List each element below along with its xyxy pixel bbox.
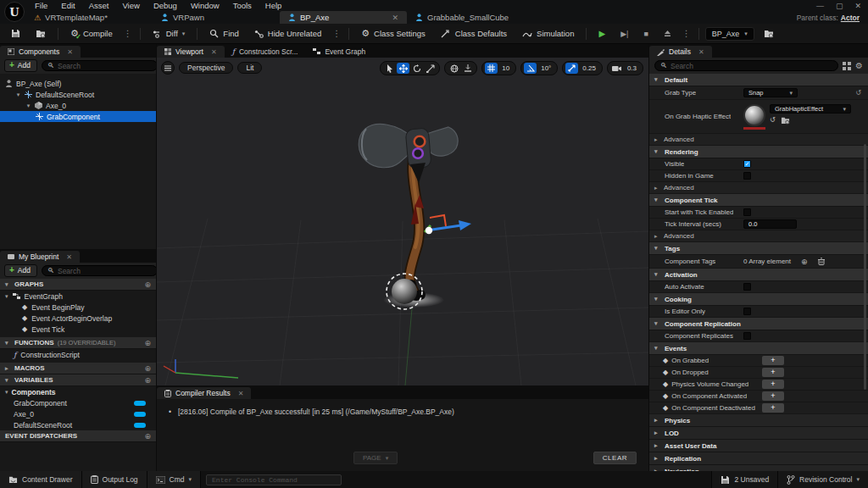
frame-skip-button[interactable]: ▶| [615, 27, 634, 41]
camera-speed-value[interactable]: 0.3 [624, 64, 640, 72]
tree-item-grabcomponent[interactable]: GrabComponent [0, 111, 156, 122]
variable-grabcomponent[interactable]: GrabComponent [0, 397, 156, 408]
event-graph-tab[interactable]: Event Graph [305, 46, 373, 58]
save-button[interactable] [5, 26, 26, 41]
camera-speed-button[interactable] [610, 63, 623, 74]
revision-control-button[interactable]: Revision Control ▾ [778, 471, 868, 488]
surface-snap-toggle[interactable] [461, 63, 474, 74]
section-replication[interactable]: ▸ Replication [649, 452, 868, 465]
clear-button[interactable]: CLEAR [593, 452, 637, 464]
add-event-dispatcher-icon[interactable]: ⊕ [144, 432, 151, 441]
close-icon[interactable]: ✕ [67, 48, 73, 56]
tree-item-bp-axe-self[interactable]: BP_Axe (Self) [0, 78, 156, 89]
grab-type-dropdown[interactable]: Snap▾ [743, 88, 798, 97]
viewport-canvas[interactable] [157, 58, 648, 385]
section-events[interactable]: ▾ Events [649, 342, 868, 355]
add-on-component-deactivated-event-button[interactable]: + [762, 403, 784, 413]
menu-window[interactable]: Window [185, 0, 225, 12]
start-tick-checkbox[interactable] [743, 208, 751, 216]
parent-class-link[interactable]: Actor [841, 14, 860, 22]
details-search-input[interactable] [670, 62, 832, 70]
play-options-icon[interactable]: ⋮ [681, 29, 693, 38]
haptic-asset-dropdown[interactable]: GrabHapticEffect▾ [770, 104, 851, 114]
content-drawer-button[interactable]: Content Drawer [0, 471, 82, 488]
menu-edit[interactable]: Edit [55, 0, 81, 12]
graphs-section-header[interactable]: ▾ GRAPHS ⊕ [0, 279, 156, 291]
section-component-tick[interactable]: ▾ Component Tick [649, 194, 868, 207]
haptic-asset-thumbnail[interactable] [743, 104, 765, 130]
section-default[interactable]: ▾ Default [649, 74, 868, 86]
world-space-toggle[interactable] [448, 63, 460, 74]
minimize-button[interactable]: — [816, 2, 824, 10]
event-beginplay-item[interactable]: ◆ Event BeginPlay [0, 302, 156, 313]
rotation-snap-value[interactable]: 10° [537, 64, 554, 72]
unsaved-button[interactable]: 2 Unsaved [711, 471, 778, 488]
hide-unrelated-options-icon[interactable]: ⋮ [331, 29, 342, 38]
hidden-in-game-checkbox[interactable] [743, 172, 751, 180]
event-actorbeginoverlap-item[interactable]: ◆ Event ActorBeginOverlap [0, 313, 156, 324]
viewport-menu-button[interactable] [161, 61, 175, 75]
use-selected-asset-icon[interactable]: ↺ [770, 116, 776, 125]
add-macro-icon[interactable]: ⊕ [144, 364, 151, 373]
section-asset-user-data[interactable]: ▸ Asset User Data [649, 440, 868, 452]
my-blueprint-search[interactable]: 🔍︎ [42, 265, 156, 276]
close-icon[interactable]: ✕ [698, 48, 704, 56]
console-command-field[interactable] [206, 474, 342, 485]
section-tags[interactable]: ▾ Tags [649, 242, 868, 255]
components-tab[interactable]: Components ✕ [0, 46, 81, 58]
hide-unrelated-button[interactable]: Hide Unrelated [248, 26, 327, 41]
tab-close-icon[interactable]: ✕ [383, 14, 398, 22]
find-button[interactable]: Find [203, 26, 244, 41]
menu-debug[interactable]: Debug [147, 0, 183, 12]
menu-help[interactable]: Help [259, 0, 288, 12]
visible-checkbox[interactable]: ✓ [743, 160, 751, 168]
expander-icon[interactable]: ▾ [15, 92, 21, 98]
close-button[interactable]: ✕ [854, 2, 861, 10]
construction-script-tab[interactable]: ƒ Construction Scr... [225, 46, 306, 58]
scale-tool[interactable] [424, 63, 437, 74]
section-lod[interactable]: ▸ LOD [649, 427, 868, 440]
perspective-dropdown[interactable]: Perspective [179, 62, 233, 74]
compiler-results-tab[interactable]: Compiler Results ✕ [157, 387, 251, 399]
macros-section-header[interactable]: ▸ MACROS ⊕ [0, 363, 156, 374]
add-new-button[interactable]: + Add [4, 264, 37, 277]
move-tool[interactable] [397, 63, 409, 74]
maximize-button[interactable]: ▢ [836, 2, 843, 10]
play-button[interactable]: ▶ [593, 26, 611, 41]
display-filter-icon[interactable] [843, 62, 851, 70]
functions-section-header[interactable]: ▾ FUNCTIONS (19 OVERRIDABLE) ⊕ [0, 337, 156, 349]
move-gizmo[interactable] [425, 215, 471, 234]
add-physics-volume-changed-event-button[interactable]: + [762, 380, 784, 389]
compiler-message-row[interactable]: • [2816.06] Compile of BP_Axe successful… [169, 408, 454, 416]
trash-icon[interactable] [818, 258, 825, 265]
tab-grabbable-smallcube[interactable]: Grabbable_SmallCube [407, 11, 534, 24]
tab-vrtemplatemap[interactable]: ⚠ VRTemplateMap* [25, 11, 153, 24]
menu-asset[interactable]: Asset [83, 0, 115, 12]
scale-snap-value[interactable]: 0.25 [579, 64, 599, 72]
output-log-button[interactable]: Output Log [82, 471, 147, 488]
class-defaults-button[interactable]: Class Defaults [435, 26, 513, 41]
component-replicates-checkbox[interactable] [743, 332, 751, 340]
tab-vrpawn[interactable]: VRPawn [153, 11, 280, 24]
event-graph-item[interactable]: ▾ EventGraph [0, 291, 156, 302]
add-on-component-activated-event-button[interactable]: + [762, 391, 784, 401]
select-tool[interactable] [383, 63, 396, 74]
expander-icon[interactable]: ▾ [25, 103, 31, 109]
tick-interval-input[interactable]: 0.0 [743, 219, 797, 229]
details-scrollbar[interactable] [864, 144, 866, 390]
section-rendering[interactable]: ▾ Rendering [649, 146, 868, 158]
row-default-advanced[interactable]: ▸ Advanced [649, 134, 868, 146]
rotate-tool[interactable] [410, 63, 423, 74]
details-settings-gear-icon[interactable]: ⚙ [855, 61, 863, 70]
blueprint-selector-dropdown[interactable]: BP_Axe ▾ [705, 27, 754, 41]
rotation-snap-toggle[interactable] [524, 63, 537, 74]
variables-category-components[interactable]: ▾ Components [0, 386, 156, 397]
diff-button[interactable]: Diff ▾ [147, 26, 192, 41]
tree-item-defaultsceneroot[interactable]: ▾ DefaultSceneRoot [0, 89, 156, 100]
row-tick-advanced[interactable]: ▸ Advanced [649, 230, 868, 242]
variable-defaultsceneroot[interactable]: DefaultSceneRoot [0, 419, 156, 430]
browse-asset-button[interactable] [30, 26, 52, 41]
class-settings-button[interactable]: ⚙ Class Settings [355, 25, 431, 42]
tab-bp-axe[interactable]: BP_Axe ✕ [280, 11, 407, 24]
section-cooking[interactable]: ▾ Cooking [649, 293, 868, 306]
